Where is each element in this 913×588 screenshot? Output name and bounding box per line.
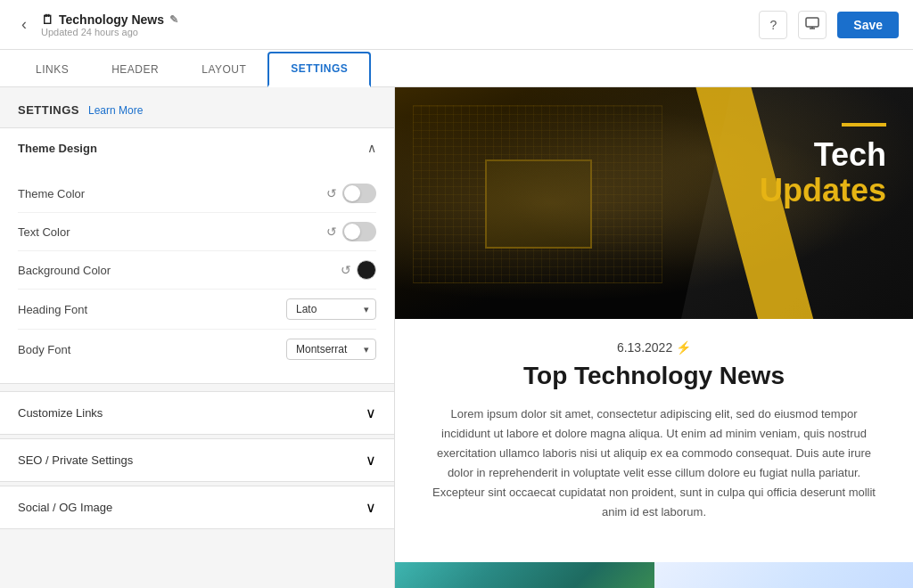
page-icon: 🗒: [41, 12, 53, 27]
article-date: 6.13.2022 ⚡: [431, 340, 877, 355]
heading-font-label: Heading Font: [18, 303, 87, 316]
heading-font-select[interactable]: Lato Montserrat Roboto Open Sans Raleway: [286, 298, 376, 320]
topbar-right: ? Save: [759, 11, 899, 39]
body-font-label: Body Font: [18, 343, 70, 356]
tab-links[interactable]: LINKS: [14, 54, 90, 86]
heading-font-dropdown-wrap: Lato Montserrat Roboto Open Sans Raleway: [286, 298, 376, 320]
hero-accent-line: [842, 123, 886, 127]
body-font-dropdown-wrap: Montserrat Lato Roboto Open Sans Raleway: [286, 339, 376, 360]
theme-color-row: Theme Color ↺: [18, 175, 376, 213]
theme-design-title: Theme Design: [18, 142, 97, 155]
tab-settings[interactable]: SETTINGS: [267, 52, 371, 87]
panel-header: SETTINGS Learn More: [0, 87, 394, 127]
preview-button[interactable]: [798, 11, 827, 39]
heading-font-controls: Lato Montserrat Roboto Open Sans Raleway: [286, 298, 376, 320]
seo-private-chevron-icon: ∨: [366, 452, 376, 469]
article-body: Lorem ipsum dolor sit amet, consectetur …: [432, 404, 877, 523]
hero-text-overlay: Tech Updates: [760, 123, 886, 208]
tab-layout[interactable]: LAYOUT: [180, 54, 267, 86]
hero-background: Tech Updates: [395, 87, 913, 319]
main-content: SETTINGS Learn More Theme Design ∧ Theme…: [0, 87, 913, 588]
preview-panel: Tech Updates 6.13.2022 ⚡ Top Technology …: [395, 87, 913, 588]
body-font-row: Body Font Montserrat Lato Roboto Open Sa…: [18, 330, 376, 369]
theme-color-toggle[interactable]: [342, 184, 376, 203]
back-button[interactable]: ‹: [14, 12, 34, 37]
preview-hero: Tech Updates: [395, 87, 913, 319]
left-panel: SETTINGS Learn More Theme Design ∧ Theme…: [0, 87, 395, 588]
theme-design-header[interactable]: Theme Design ∧: [0, 128, 394, 167]
background-color-label: Background Color: [18, 264, 111, 277]
background-color-swatch[interactable]: [357, 260, 376, 280]
help-button[interactable]: ?: [759, 11, 787, 39]
social-og-section: Social / OG Image ∨: [0, 486, 394, 529]
settings-title: SETTINGS: [18, 103, 79, 117]
heading-font-row: Heading Font Lato Montserrat Roboto Open…: [18, 290, 376, 330]
body-font-controls: Montserrat Lato Roboto Open Sans Raleway: [286, 339, 376, 360]
background-color-controls: ↺: [341, 260, 376, 280]
customize-links-title: Customize Links: [18, 406, 103, 420]
theme-color-reset-icon[interactable]: ↺: [326, 186, 337, 200]
customize-links-chevron-icon: ∨: [366, 404, 376, 421]
social-og-chevron-icon: ∨: [366, 499, 376, 516]
text-color-label: Text Color: [18, 225, 70, 239]
text-color-toggle-knob: [344, 224, 360, 240]
theme-color-label: Theme Color: [18, 187, 85, 200]
theme-color-controls: ↺: [326, 184, 376, 203]
body-font-select[interactable]: Montserrat Lato Roboto Open Sans Raleway: [286, 339, 376, 360]
seo-private-title: SEO / Private Settings: [18, 453, 133, 467]
topbar: ‹ 🗒 Technology News ✎ Updated 24 hours a…: [0, 0, 913, 50]
background-color-row: Background Color ↺: [18, 251, 376, 290]
hero-title-tech: Tech: [760, 137, 886, 173]
nav-tabs: LINKS HEADER LAYOUT SETTINGS: [0, 50, 913, 87]
social-og-header[interactable]: Social / OG Image ∨: [0, 486, 394, 528]
social-og-title: Social / OG Image: [18, 501, 112, 514]
theme-design-body: Theme Color ↺ Text Color ↺: [0, 167, 394, 383]
text-color-reset-icon[interactable]: ↺: [326, 225, 337, 239]
monitor-icon: [805, 17, 819, 32]
edit-icon[interactable]: ✎: [169, 13, 178, 26]
preview-cards-grid: OracleAutonomous: [395, 562, 913, 588]
preview-card-left: OracleAutonomous: [395, 562, 654, 588]
hero-title-updates: Updates: [760, 173, 886, 208]
theme-design-chevron-icon: ∧: [367, 141, 376, 155]
tab-header[interactable]: HEADER: [90, 54, 180, 86]
page-title: 🗒 Technology News ✎: [41, 12, 178, 27]
page-title-text: Technology News: [59, 12, 164, 27]
learn-more-link[interactable]: Learn More: [88, 104, 143, 117]
seo-private-section: SEO / Private Settings ∨: [0, 438, 394, 482]
save-button[interactable]: Save: [837, 12, 899, 38]
theme-design-section: Theme Design ∧ Theme Color ↺ Text Co: [0, 127, 394, 384]
preview-card-right: [654, 562, 914, 588]
topbar-left: ‹ 🗒 Technology News ✎ Updated 24 hours a…: [14, 12, 759, 37]
text-color-row: Text Color ↺: [18, 213, 376, 251]
text-color-toggle[interactable]: [342, 222, 376, 241]
page-title-wrap: 🗒 Technology News ✎ Updated 24 hours ago: [41, 12, 178, 37]
article-title: Top Technology News: [431, 362, 877, 390]
preview-article: 6.13.2022 ⚡ Top Technology News Lorem ip…: [395, 319, 913, 562]
page-subtitle: Updated 24 hours ago: [41, 27, 178, 37]
seo-private-header[interactable]: SEO / Private Settings ∨: [0, 439, 394, 481]
help-icon: ?: [769, 18, 777, 32]
customize-links-section: Customize Links ∨: [0, 391, 394, 435]
svg-rect-0: [806, 18, 818, 27]
background-color-reset-icon[interactable]: ↺: [341, 263, 351, 277]
theme-color-toggle-knob: [344, 185, 360, 201]
customize-links-header[interactable]: Customize Links ∨: [0, 392, 394, 434]
text-color-controls: ↺: [326, 222, 376, 241]
